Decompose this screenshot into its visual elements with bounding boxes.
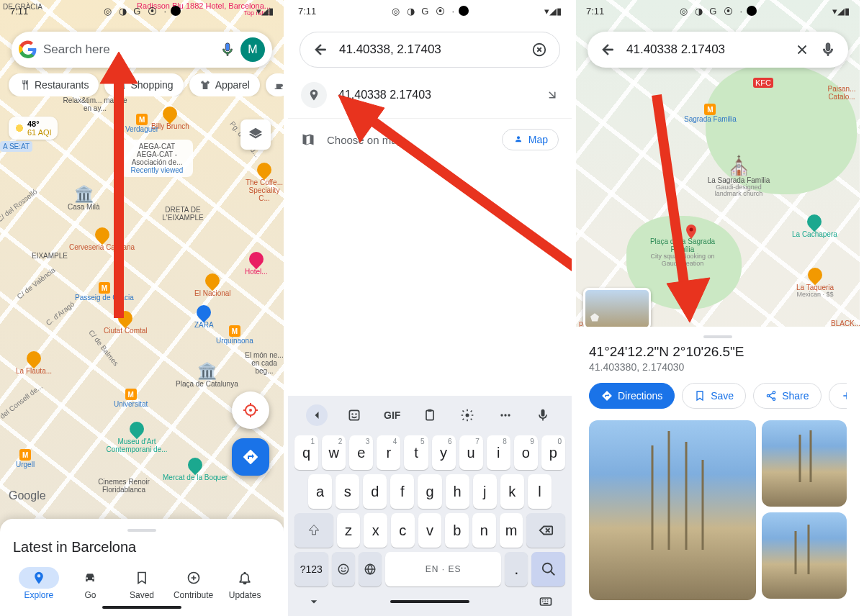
- key-c[interactable]: c: [391, 513, 415, 548]
- key-s[interactable]: s: [336, 474, 359, 509]
- key-backspace[interactable]: [526, 513, 565, 548]
- svg-point-6: [517, 136, 520, 139]
- nav-explore[interactable]: Explore: [19, 567, 59, 600]
- key-d[interactable]: d: [363, 474, 387, 509]
- key-j[interactable]: j: [473, 474, 497, 509]
- bottom-sheet[interactable]: Latest in Barcelona Explore Go Saved Con…: [0, 519, 284, 616]
- key-r[interactable]: r4: [377, 435, 400, 470]
- key-a[interactable]: a: [308, 474, 332, 509]
- directions-button[interactable]: Directions: [589, 383, 675, 409]
- key-b[interactable]: b: [445, 513, 469, 548]
- coord-title: 41°24'12.2"N 2°10'26.5"E: [589, 344, 847, 360]
- key-y[interactable]: y6: [432, 435, 456, 470]
- key-u[interactable]: u7: [459, 435, 483, 470]
- panel-search: 7:11 ◎ ◑ G ⦿ · ▾◢▮ 41.40338 2.17403 Choo…: [288, 0, 576, 616]
- back-button[interactable]: [595, 37, 621, 63]
- key-k[interactable]: k: [500, 474, 524, 509]
- key-m[interactable]: m: [500, 513, 523, 548]
- directions-icon: [601, 390, 613, 402]
- search-icon: [541, 561, 557, 577]
- key-search[interactable]: [531, 552, 565, 586]
- key-p[interactable]: p0: [541, 435, 565, 470]
- share-button[interactable]: Share: [753, 383, 821, 409]
- key-emoji[interactable]: [332, 552, 355, 586]
- kb-layout-icon[interactable]: [539, 594, 553, 609]
- directions-icon: [242, 448, 259, 466]
- key-period[interactable]: .: [505, 552, 528, 586]
- directions-fab[interactable]: [232, 438, 269, 476]
- mic-icon[interactable]: [215, 37, 240, 63]
- kb-settings-icon[interactable]: [456, 404, 478, 426]
- key-q[interactable]: q1: [294, 435, 318, 470]
- weather-badge[interactable]: 48°61 AQI: [9, 117, 58, 140]
- panel-explore: 7:11 ◎ ◑ G ⦿ · ▾◢▮ Radisson Blu 1882 Hot…: [0, 0, 288, 616]
- key-z[interactable]: z: [337, 513, 361, 548]
- key-o[interactable]: o9: [514, 435, 538, 470]
- streetview-thumbnail[interactable]: [583, 288, 651, 330]
- kb-hide-icon[interactable]: [307, 594, 321, 609]
- key-t[interactable]: t5: [404, 435, 428, 470]
- key-x[interactable]: x: [364, 513, 387, 548]
- search-suggestion[interactable]: 41.40338 2.17403: [288, 72, 572, 119]
- kb-sticker-icon[interactable]: [343, 404, 365, 426]
- kb-mic-icon[interactable]: [532, 404, 554, 426]
- home-indicator[interactable]: [102, 606, 181, 609]
- key-v[interactable]: v: [418, 513, 442, 548]
- layers-button[interactable]: [240, 119, 271, 150]
- nav-go[interactable]: Go: [70, 567, 110, 600]
- chip-restaurants[interactable]: Restaurants: [9, 73, 99, 96]
- clear-button[interactable]: [526, 37, 552, 63]
- search-bar[interactable]: [588, 32, 848, 68]
- place-photo[interactable]: [589, 420, 756, 600]
- choose-on-map[interactable]: Choose on map: [301, 132, 403, 147]
- kb-collapse-icon[interactable]: [306, 404, 328, 426]
- back-button[interactable]: [307, 37, 333, 63]
- mic-icon[interactable]: [815, 37, 841, 63]
- key-w[interactable]: w2: [322, 435, 346, 470]
- insert-arrow-icon[interactable]: [546, 89, 559, 101]
- save-button[interactable]: Save: [682, 383, 746, 409]
- search-input[interactable]: [621, 42, 789, 57]
- search-input[interactable]: [37, 42, 215, 57]
- profile-avatar[interactable]: M: [240, 37, 265, 62]
- kb-more-icon[interactable]: [495, 404, 516, 426]
- car-icon: [83, 571, 97, 585]
- key-h[interactable]: h: [446, 474, 469, 509]
- key-f[interactable]: f: [390, 474, 414, 509]
- search-input[interactable]: [333, 42, 526, 57]
- key-space[interactable]: EN · ES: [385, 552, 501, 586]
- key-shift[interactable]: [294, 513, 333, 548]
- chip-shopping[interactable]: Shopping: [104, 73, 183, 96]
- close-icon: [794, 42, 810, 58]
- nav-contribute[interactable]: Contribute: [174, 567, 214, 600]
- key-n[interactable]: n: [472, 513, 496, 548]
- kb-clipboard-icon[interactable]: [419, 404, 441, 426]
- place-photo[interactable]: [762, 512, 847, 599]
- key-numbers[interactable]: ?123: [294, 552, 328, 586]
- place-photo[interactable]: [762, 420, 847, 507]
- key-g[interactable]: g: [418, 474, 441, 509]
- dropped-pin[interactable]: [683, 223, 700, 240]
- locate-me-button[interactable]: [232, 391, 269, 429]
- bookmark-icon: [694, 390, 706, 402]
- chip-more[interactable]: [266, 73, 284, 96]
- status-time: 7:11: [10, 6, 28, 17]
- map-chip[interactable]: Map: [502, 129, 559, 150]
- chip-apparel[interactable]: Apparel: [189, 73, 260, 96]
- kb-gif[interactable]: GIF: [382, 404, 403, 426]
- clear-button[interactable]: [789, 37, 815, 63]
- key-e[interactable]: e3: [349, 435, 373, 470]
- nav-updates[interactable]: Updates: [225, 567, 265, 600]
- search-bar[interactable]: [300, 32, 560, 68]
- place-sheet[interactable]: 41°24'12.2"N 2°10'26.5"E 41.403380, 2.17…: [576, 327, 860, 616]
- key-language[interactable]: [359, 552, 382, 586]
- search-bar[interactable]: M: [12, 32, 272, 68]
- drag-handle[interactable]: [703, 335, 732, 338]
- nav-saved[interactable]: Saved: [122, 567, 162, 600]
- drag-handle[interactable]: [127, 529, 156, 532]
- key-i[interactable]: i8: [487, 435, 510, 470]
- key-l[interactable]: l: [528, 474, 552, 509]
- add-button[interactable]: Add: [829, 383, 847, 409]
- home-indicator[interactable]: [390, 600, 469, 603]
- plus-circle-icon: [186, 571, 201, 585]
